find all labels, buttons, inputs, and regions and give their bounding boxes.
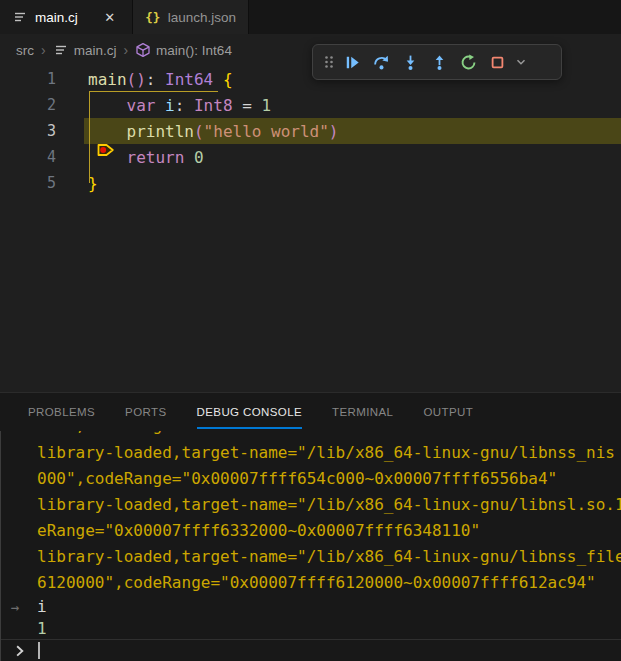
console-input-echo: → i bbox=[1, 596, 621, 618]
json-braces-icon: {} bbox=[145, 9, 161, 25]
line-number: 1 bbox=[26, 70, 56, 88]
debug-toolbar bbox=[312, 44, 562, 80]
tab-label: launch.json bbox=[168, 10, 236, 25]
bracket-guide-vertical bbox=[89, 91, 90, 183]
file-list-icon bbox=[53, 42, 69, 58]
tab-label: main.cj bbox=[35, 10, 78, 25]
gutter-glyph-margin[interactable] bbox=[0, 92, 26, 118]
code-editor[interactable]: 1 main(): Int64 { 2 var i: Int8 = 1 3 pr… bbox=[0, 66, 621, 392]
close-icon[interactable]: ✕ bbox=[100, 7, 120, 27]
line-number: 2 bbox=[26, 96, 56, 114]
line-number: 5 bbox=[26, 174, 56, 192]
console-line: eRange="0x00007ffff6332000~0x00007ffff63… bbox=[1, 518, 621, 544]
gutter-glyph-margin[interactable] bbox=[0, 170, 26, 196]
tab-debug-console[interactable]: DEBUG CONSOLE bbox=[197, 393, 303, 431]
console-line: 6120000",codeRange="0x00007ffff6120000~0… bbox=[1, 570, 621, 596]
code-line: 2 var i: Int8 = 1 bbox=[0, 92, 621, 118]
breadcrumb-item-src[interactable]: src bbox=[16, 43, 34, 58]
tab-problems[interactable]: PROBLEMS bbox=[28, 393, 95, 431]
console-result: 1 bbox=[1, 618, 621, 640]
stop-button[interactable] bbox=[483, 48, 512, 76]
panel-tab-bar: PROBLEMS PORTS DEBUG CONSOLE TERMINAL OU… bbox=[0, 393, 621, 431]
gutter-glyph-margin[interactable] bbox=[0, 144, 26, 170]
step-over-button[interactable] bbox=[367, 48, 396, 76]
text-cursor bbox=[38, 642, 40, 659]
tab-ports[interactable]: PORTS bbox=[125, 393, 166, 431]
breadcrumb-item-file[interactable]: main.cj bbox=[53, 42, 117, 58]
tab-output[interactable]: OUTPUT bbox=[423, 393, 473, 431]
symbol-cube-icon bbox=[135, 42, 151, 58]
line-number: 3 bbox=[26, 122, 56, 140]
tab-terminal[interactable]: TERMINAL bbox=[332, 393, 393, 431]
bottom-panel: PROBLEMS PORTS DEBUG CONSOLE TERMINAL OU… bbox=[0, 392, 621, 661]
continue-button[interactable] bbox=[338, 48, 367, 76]
line-number: 4 bbox=[26, 148, 56, 166]
step-into-button[interactable] bbox=[396, 48, 425, 76]
code-line: 4 return 0 bbox=[0, 144, 621, 170]
step-out-button[interactable] bbox=[425, 48, 454, 76]
prompt-chevron-icon bbox=[12, 643, 27, 658]
breadcrumb-item-symbol[interactable]: main(): Int64 bbox=[135, 42, 232, 58]
debug-console-output[interactable]: 000",codeRange="0x00007ffff library-load… bbox=[0, 431, 621, 661]
console-line: library-loaded,target-name="/lib/x86_64-… bbox=[1, 492, 621, 518]
code-line-current[interactable]: 3 println("hello world") bbox=[0, 118, 621, 144]
chevron-right-icon: › bbox=[41, 42, 46, 58]
console-clipped-line: 000",codeRange="0x00007ffff bbox=[1, 431, 621, 440]
gutter-glyph-margin[interactable] bbox=[0, 118, 26, 144]
console-line: library-loaded,target-name="/lib/x86_64-… bbox=[1, 440, 621, 466]
tab-launch-json[interactable]: {} launch.json bbox=[133, 0, 249, 34]
console-line: 000",codeRange="0x00007ffff654c000~0x000… bbox=[1, 466, 621, 492]
chevron-down-icon[interactable] bbox=[512, 48, 530, 76]
vscode-window: main.cj ✕ {} launch.json src › main.cj ›… bbox=[0, 0, 621, 661]
debug-console-input[interactable] bbox=[1, 639, 621, 661]
input-echo-arrow-icon: → bbox=[1, 596, 29, 618]
code-line: 5 } bbox=[0, 170, 621, 196]
tab-main-cj[interactable]: main.cj ✕ bbox=[0, 0, 133, 34]
editor-tab-bar: main.cj ✕ {} launch.json bbox=[0, 0, 621, 34]
restart-button[interactable] bbox=[454, 48, 483, 76]
gutter-glyph-margin[interactable] bbox=[0, 66, 26, 92]
chevron-right-icon: › bbox=[123, 42, 128, 58]
gripper-icon[interactable] bbox=[320, 48, 338, 76]
file-list-icon bbox=[12, 9, 28, 25]
bracket-guide-horizontal bbox=[89, 91, 218, 92]
console-line: library-loaded,target-name="/lib/x86_64-… bbox=[1, 544, 621, 570]
